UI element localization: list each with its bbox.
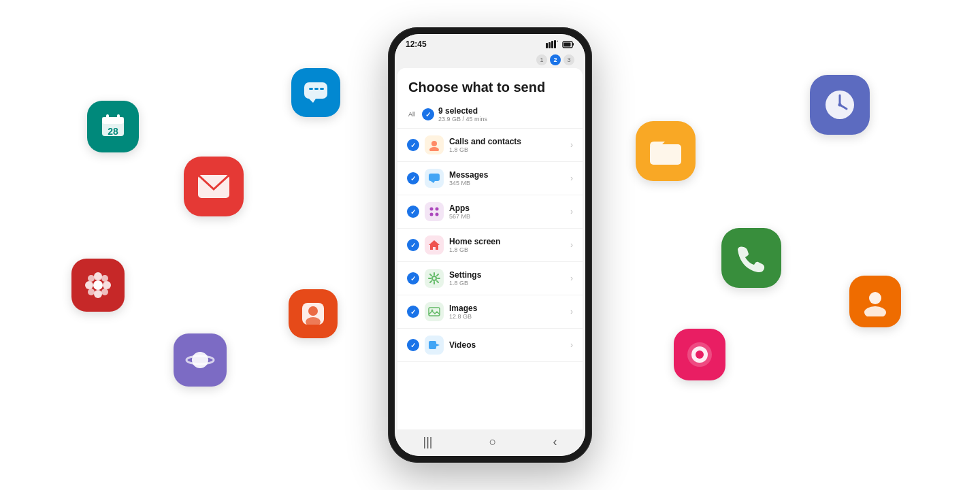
videos-name: Videos (449, 340, 565, 350)
images-info: Images 12.8 GB (449, 304, 565, 320)
home-name: Home screen (449, 237, 565, 246)
item-check-apps (407, 206, 419, 218)
page-3: 3 (564, 54, 574, 65)
home-arrow: › (570, 240, 573, 250)
list-item[interactable]: Settings 1.8 GB › (397, 262, 583, 295)
status-bar: 12:45 (395, 34, 585, 52)
item-check-calls (407, 139, 419, 151)
svg-rect-42 (564, 43, 571, 47)
svg-point-12 (85, 281, 93, 289)
svg-point-11 (94, 290, 102, 298)
images-arrow: › (570, 307, 573, 316)
status-icons (546, 40, 574, 48)
videos-info: Videos (449, 340, 565, 350)
svg-rect-21 (314, 88, 318, 90)
screen-recorder-icon (674, 329, 725, 380)
list-item[interactable]: Calls and contacts 1.8 GB › (397, 129, 583, 162)
phone-frame: 12:45 (388, 27, 592, 463)
main-content: Choose what to send All 9 selected 23.9 … (397, 68, 583, 429)
nav-home-button[interactable]: ○ (489, 435, 497, 449)
nav-recents-button[interactable]: ||| (423, 435, 433, 449)
svg-point-10 (94, 272, 102, 280)
all-check-icon (422, 108, 434, 120)
contacts-icon (849, 276, 901, 327)
calls-arrow: › (570, 140, 573, 150)
svg-rect-45 (429, 174, 440, 181)
title-section: Choose what to send (397, 68, 583, 101)
svg-rect-5 (117, 114, 120, 120)
list-item[interactable]: Apps 567 MB › (397, 195, 583, 229)
apps-name: Apps (449, 203, 565, 213)
settings-arrow: › (570, 274, 573, 283)
avatar-icon (289, 289, 338, 338)
bixby-icon (174, 333, 227, 387)
svg-rect-39 (554, 40, 556, 48)
svg-marker-51 (429, 240, 440, 250)
apps-info: Apps 567 MB (449, 203, 565, 220)
svg-rect-38 (551, 41, 553, 48)
settings-size: 1.8 GB (449, 280, 565, 287)
calls-icon (425, 135, 444, 154)
svg-point-31 (869, 292, 881, 304)
calls-size: 1.8 GB (449, 146, 565, 153)
svg-rect-2 (102, 117, 124, 122)
items-list: Calls and contacts 1.8 GB › (397, 129, 583, 429)
chat-icon (291, 68, 340, 117)
svg-point-35 (696, 350, 704, 359)
page-title: Choose what to send (408, 79, 572, 95)
item-check-videos (407, 339, 419, 351)
svg-point-13 (103, 281, 111, 289)
status-time: 12:45 (406, 39, 427, 49)
phone-mockup: 12:45 (388, 27, 592, 463)
svg-point-47 (430, 208, 434, 211)
svg-point-24 (308, 306, 318, 316)
svg-marker-19 (309, 99, 316, 103)
svg-point-32 (864, 306, 886, 316)
svg-rect-53 (429, 308, 440, 316)
list-item[interactable]: Images 12.8 GB › (397, 295, 583, 329)
nav-back-button[interactable]: ‹ (553, 435, 557, 449)
phone-call-icon (721, 228, 781, 288)
item-check-settings (407, 272, 419, 284)
svg-point-43 (431, 141, 437, 146)
svg-point-29 (838, 103, 842, 107)
mail-icon (184, 157, 244, 216)
list-item[interactable]: Home screen 1.8 GB › (397, 229, 583, 262)
settings-info: Settings 1.8 GB (449, 270, 565, 287)
svg-rect-41 (572, 43, 574, 46)
svg-marker-56 (436, 344, 440, 346)
settings-icon (425, 269, 444, 288)
svg-marker-46 (431, 181, 435, 183)
home-size: 1.8 GB (449, 246, 565, 253)
svg-point-50 (436, 213, 439, 216)
svg-point-16 (88, 289, 95, 295)
page-1: 1 (536, 54, 547, 65)
item-check-messages (407, 172, 419, 184)
calls-name: Calls and contacts (449, 137, 565, 146)
nav-bar: ||| ○ ‹ (395, 429, 585, 456)
item-check-home (407, 239, 419, 251)
page-2-active: 2 (550, 54, 561, 65)
list-item[interactable]: Messages 345 MB › (397, 162, 583, 195)
images-name: Images (449, 304, 565, 313)
svg-point-25 (306, 317, 321, 327)
svg-point-14 (88, 275, 95, 282)
svg-point-44 (429, 147, 439, 151)
calls-info: Calls and contacts 1.8 GB (449, 137, 565, 153)
videos-arrow: › (570, 340, 573, 350)
svg-rect-30 (650, 144, 681, 165)
svg-rect-55 (429, 341, 436, 349)
svg-rect-4 (106, 114, 109, 120)
svg-point-49 (430, 213, 434, 216)
selected-info-row[interactable]: All 9 selected 23.9 GB / 45 mins (397, 101, 583, 129)
messages-name: Messages (449, 170, 565, 180)
apps-icon (425, 202, 444, 221)
images-icon (425, 302, 444, 321)
messages-icon (425, 169, 444, 188)
messages-size: 345 MB (449, 180, 565, 186)
list-item[interactable]: Videos › (397, 329, 583, 362)
svg-rect-20 (309, 88, 313, 90)
home-info: Home screen 1.8 GB (449, 237, 565, 253)
svg-point-7 (192, 352, 208, 368)
apps-size: 567 MB (449, 213, 565, 220)
